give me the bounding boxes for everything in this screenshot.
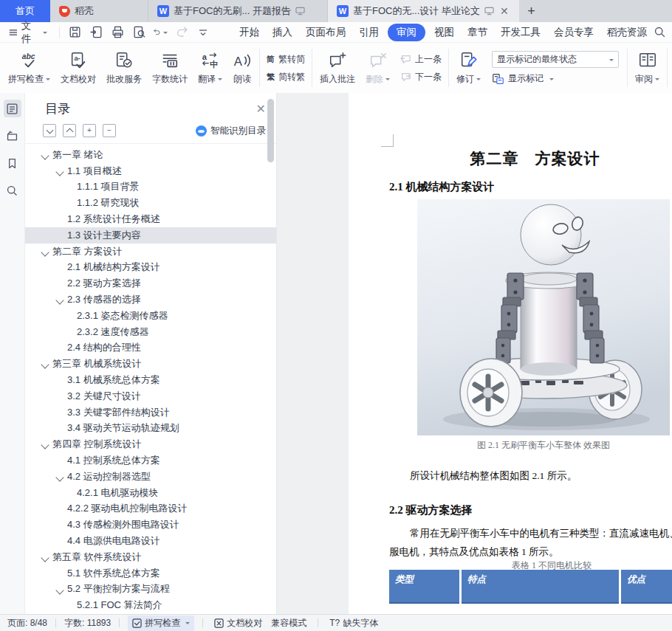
menu-tab-开发工具[interactable]: 开发工具 [494,24,547,41]
expand-all-button[interactable] [43,124,56,137]
correction-button[interactable]: 批改服务 [101,49,147,88]
show-markup-button[interactable]: 显示标记 [492,72,619,85]
more-icon[interactable] [196,25,210,40]
status-missing-font[interactable]: T? 缺失字体 [326,617,381,630]
docproof-button[interactable]: a- 文档校对 [55,49,101,88]
toc-item[interactable]: 4.1 控制系统总体方案 [25,452,276,469]
toc-item[interactable]: 1.2 系统设计任务概述 [25,211,276,227]
menu-tab-插入[interactable]: 插入 [266,24,299,41]
toc-item[interactable]: 4.2.2 驱动电机控制电路设计 [25,501,276,517]
chevron-down-icon[interactable] [55,168,64,176]
file-menu[interactable]: 文件 [9,19,55,46]
tab-docer[interactable]: 稻壳 [50,0,148,22]
chevron-down-icon[interactable] [41,248,49,256]
review-panes-button[interactable]: 审阅 [630,49,665,88]
chevron-down-icon[interactable] [41,361,49,369]
toc-item[interactable]: 第四章 控制系统设计 [25,436,276,452]
insert-comment-button[interactable]: 插入批注 [315,49,360,88]
menu-tab-引用[interactable]: 引用 [352,24,385,41]
menu-tab-开始[interactable]: 开始 [233,24,266,41]
toc-item[interactable]: 1.3 设计主要内容 [25,227,276,244]
readaloud-button[interactable]: A 朗读 [227,49,257,88]
smart-identify-toc-button[interactable]: 智能识别目录 [196,125,266,137]
toc-item-label: 1.3 设计主要内容 [67,229,141,242]
zoom-in-button[interactable]: + [83,124,96,137]
tab-document-1[interactable]: W 基于FOC的无刷... 开题报告 [148,0,328,22]
toc-item[interactable]: 4.2.1 电机驱动模块 [25,485,276,501]
toc-item[interactable]: 4.4 电源供电电路设计 [25,533,276,549]
menu-tab-稻壳资源[interactable]: 稻壳资源 [600,24,654,41]
toc-item[interactable]: 4.2 运动控制器选型 [25,469,276,485]
outline-icon[interactable] [4,100,21,117]
export-icon[interactable] [89,25,103,40]
toc-item[interactable]: 5.2 平衡控制方案与流程 [25,582,276,598]
toc-item[interactable]: 5.1 软件系统总体方案 [25,565,276,582]
markup-state-select[interactable]: 显示标记的最终状态 [492,51,619,68]
simp-to-trad-button[interactable]: 繁 简转繁 [267,71,305,83]
collapse-all-button[interactable] [63,124,76,137]
hamburger-icon [9,28,18,37]
tab-document-2-active[interactable]: W 基于FOC的无...设计 毕业论文 ✕ [328,0,519,22]
chevron-down-icon[interactable] [55,473,64,481]
document-area[interactable]: 第二章 方案设计 2.1 机械结构方案设计 [277,93,672,615]
search-icon[interactable] [4,182,21,199]
chevron-down-icon[interactable] [55,297,64,305]
toc-item[interactable]: 2.2 驱动方案选择 [25,275,276,292]
word-count[interactable]: 字数: 11893 [64,617,111,630]
heading-2-2: 2.2 驱动方案选择 [389,503,473,517]
bookmark-icon[interactable] [4,154,21,172]
new-tab-button[interactable]: + [519,0,544,22]
spellcheck-button[interactable]: abc 拼写检查 [3,49,55,88]
toc-item[interactable]: 2.1 机械结构方案设计 [25,260,276,276]
toc-list: 第一章 绪论1.1 项目概述1.1.1 项目背景1.1.2 研究现状1.2 系统… [25,144,276,615]
status-docproof-button[interactable]: 文档校对 [211,617,265,630]
status-missing-font-label: 缺失字体 [343,617,378,630]
toc-item[interactable]: 2.4 结构的合理性 [25,340,276,356]
menu-tab-视图[interactable]: 视图 [428,24,461,41]
zoom-out-button[interactable]: − [103,124,116,137]
wordcount-button[interactable]: 字数统计 [147,49,193,88]
status-spellcheck-toggle[interactable]: 拼写检查 [128,616,194,631]
svg-text:abc: abc [21,52,35,61]
toc-item[interactable]: 5.2.1 FOC 算法简介 [25,597,276,613]
menu-tab-审阅[interactable]: 审阅 [388,24,425,41]
toc-item[interactable]: 2.3.2 速度传感器 [25,324,276,340]
toc-scrollbar[interactable] [267,99,274,162]
toc-item[interactable]: 3.4 驱动关节运动轨迹规划 [25,421,276,437]
toc-item[interactable]: 2.3.1 姿态检测传感器 [25,308,276,324]
chevron-down-icon[interactable] [55,586,64,594]
chevron-down-icon[interactable] [41,441,49,449]
menu-tab-章节[interactable]: 章节 [461,24,494,41]
toc-item[interactable]: 第二章 方案设计 [25,244,276,260]
toc-item[interactable]: 3.3 关键零部件结构设计 [25,404,276,421]
annotation-icon[interactable] [4,127,21,145]
close-icon[interactable]: ✕ [256,103,266,115]
track-changes-button[interactable]: 修订 [451,49,486,88]
menu-tab-会员专享[interactable]: 会员专享 [547,24,600,41]
chevron-down-icon[interactable] [41,151,49,159]
chevron-down-icon[interactable] [41,554,49,562]
page-indicator[interactable]: 页面: 8/48 [7,617,47,630]
close-tab-icon[interactable]: ✕ [498,5,510,17]
toc-item[interactable]: 第一章 绪论 [25,147,276,163]
menu-tab-页面布局[interactable]: 页面布局 [299,24,352,41]
save-icon[interactable] [67,25,82,40]
trad-to-simp-button[interactable]: 简 繁转简 [267,53,305,66]
toc-item[interactable]: 3.1 机械系统总体方案 [25,372,276,388]
print-preview-icon[interactable] [131,25,146,40]
toc-item[interactable]: 1.1 项目概述 [25,163,276,179]
toc-item[interactable]: 2.3 传感器的选择 [25,292,276,308]
toc-item[interactable]: 3.2 关键尺寸设计 [25,388,276,404]
toc-item[interactable]: 4.3 传感检测外围电路设计 [25,517,276,533]
document-page[interactable]: 第二章 方案设计 2.1 机械结构方案设计 [349,93,672,615]
monitor-icon [295,7,305,15]
toc-item[interactable]: 1.1.2 研究现状 [25,195,276,211]
undo-icon[interactable] [153,25,168,40]
status-compat-mode[interactable]: 兼容模式 [268,617,309,630]
search-icon[interactable] [654,26,666,38]
translate-button[interactable]: a中 翻译 [193,49,227,88]
toc-item[interactable]: 1.1.1 项目背景 [25,179,276,196]
toc-item[interactable]: 第五章 软件系统设计 [25,549,276,565]
print-icon[interactable] [110,25,125,40]
toc-item[interactable]: 第三章 机械系统设计 [25,356,276,372]
